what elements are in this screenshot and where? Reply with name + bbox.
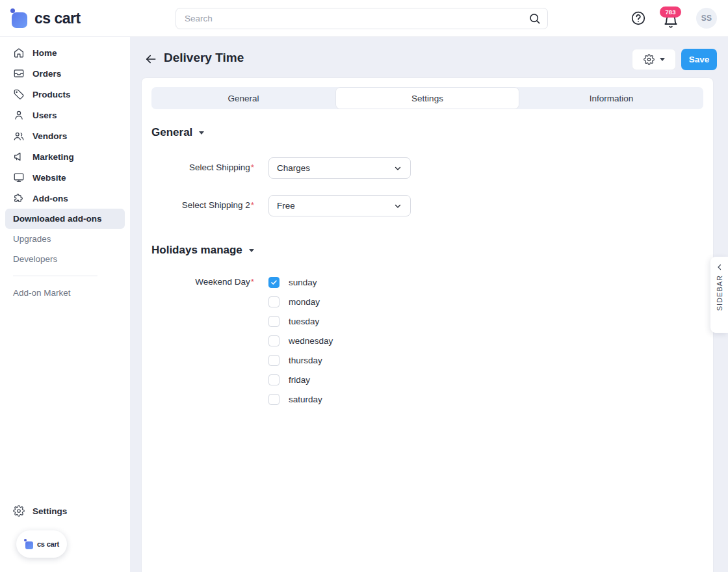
- chevron-left-icon: [716, 263, 723, 271]
- user-icon: [13, 109, 25, 121]
- sidebar-item-downloaded-addons[interactable]: Downloaded add-ons: [5, 209, 125, 229]
- chevron-down-icon: [393, 202, 402, 211]
- section-general-header[interactable]: General: [151, 126, 713, 139]
- actions-dropdown-button[interactable]: [632, 49, 676, 70]
- day-row-wednesday[interactable]: wednesday: [268, 331, 333, 350]
- tab-bar: General Settings Information: [151, 87, 703, 109]
- checkbox-monday[interactable]: [268, 296, 280, 307]
- cscart-float-button[interactable]: cs cart: [16, 530, 67, 558]
- section-holidays-title: Holidays manage: [151, 244, 242, 257]
- avatar[interactable]: SS: [696, 8, 717, 29]
- gear-icon: [13, 505, 25, 517]
- search-input[interactable]: [176, 8, 548, 29]
- cscart-logo[interactable]: cs cart: [10, 8, 81, 28]
- notification-badge: 783: [660, 6, 681, 18]
- sidebar-collapse-label: SIDEBAR: [716, 275, 723, 311]
- sidebar-item-products[interactable]: Products: [0, 84, 130, 105]
- tab-information[interactable]: Information: [519, 87, 703, 109]
- sidebar-item-addons[interactable]: Add-ons: [0, 188, 130, 209]
- sidebar-item-developers[interactable]: Developers: [5, 249, 125, 269]
- select-shipping-2-dropdown[interactable]: Free: [268, 195, 411, 216]
- cscart-logo-text: cs cart: [34, 10, 81, 27]
- day-row-sunday[interactable]: sunday: [268, 272, 333, 292]
- tag-icon: [13, 88, 25, 100]
- field-label: Select Shipping 2*: [142, 195, 254, 216]
- chevron-down-icon: [249, 249, 254, 252]
- sidebar-item-users[interactable]: Users: [0, 105, 130, 125]
- sidebar-item-marketing[interactable]: Marketing: [0, 146, 130, 167]
- back-arrow-icon[interactable]: [144, 53, 157, 66]
- chevron-down-icon: [660, 58, 665, 61]
- cscart-mini-logo-icon: [24, 539, 34, 549]
- select-value: Charges: [277, 163, 310, 173]
- gear-icon: [644, 54, 655, 65]
- day-row-thursday[interactable]: thursday: [268, 350, 333, 370]
- day-row-tuesday[interactable]: tuesday: [268, 311, 333, 331]
- sidebar-divider: [13, 276, 98, 276]
- checkbox-thursday[interactable]: [268, 355, 280, 366]
- checkbox-saturday[interactable]: [268, 394, 280, 405]
- sidebar-item-settings[interactable]: Settings: [0, 500, 130, 521]
- sidebar-item-addon-market[interactable]: Add-on Market: [0, 283, 130, 303]
- megaphone-icon: [13, 151, 25, 162]
- orders-icon: [13, 68, 25, 79]
- day-row-saturday[interactable]: saturday: [268, 389, 333, 409]
- sidebar-item-home[interactable]: Home: [0, 42, 130, 63]
- sidebar-item-website[interactable]: Website: [0, 167, 130, 188]
- page-header: Delivery Time Save: [130, 37, 728, 77]
- chevron-down-icon: [393, 164, 402, 173]
- field-label: Select Shipping*: [142, 157, 254, 179]
- search-bar: [176, 8, 548, 29]
- home-icon: [13, 47, 25, 58]
- sidebar-collapse-tab[interactable]: SIDEBAR: [710, 257, 728, 333]
- field-select-shipping: Select Shipping* Charges: [142, 157, 713, 179]
- content-card: General Settings Information General Sel…: [141, 77, 714, 572]
- select-value: Free: [277, 201, 295, 211]
- page-title: Delivery Time: [164, 51, 244, 65]
- save-button[interactable]: Save: [681, 49, 717, 70]
- checkbox-sunday[interactable]: [268, 277, 280, 288]
- weekend-day-checkbox-group: sunday monday tuesday wednesday thursday: [268, 272, 333, 409]
- sidebar-item-upgrades[interactable]: Upgrades: [5, 229, 125, 249]
- day-row-monday[interactable]: monday: [268, 292, 333, 311]
- monitor-icon: [13, 172, 25, 183]
- chevron-down-icon: [199, 131, 204, 135]
- section-general-title: General: [151, 126, 192, 139]
- tab-general[interactable]: General: [151, 87, 335, 109]
- vendors-icon: [13, 130, 25, 142]
- puzzle-icon: [13, 192, 25, 204]
- select-shipping-dropdown[interactable]: Charges: [268, 157, 411, 179]
- sidebar-item-orders[interactable]: Orders: [0, 63, 130, 84]
- sidebar-item-vendors[interactable]: Vendors: [0, 125, 130, 146]
- checkbox-friday[interactable]: [268, 374, 280, 385]
- field-label: Weekend Day*: [142, 272, 254, 409]
- section-holidays-header[interactable]: Holidays manage: [151, 244, 713, 257]
- main-area: Delivery Time Save General Settings Info…: [130, 37, 728, 572]
- cscart-logo-icon: [10, 8, 29, 28]
- field-select-shipping-2: Select Shipping 2* Free: [142, 195, 713, 216]
- checkbox-tuesday[interactable]: [268, 316, 280, 327]
- sidebar: Home Orders Products Users: [0, 37, 130, 572]
- tab-settings[interactable]: Settings: [335, 87, 519, 109]
- topbar: cs cart 783 SS: [0, 0, 728, 37]
- field-weekend-day: Weekend Day* sunday monday tuesday: [142, 272, 713, 409]
- checkbox-wednesday[interactable]: [268, 335, 280, 346]
- check-icon: [270, 279, 278, 286]
- search-icon[interactable]: [528, 12, 541, 25]
- help-icon[interactable]: [630, 10, 646, 26]
- notifications-bell[interactable]: 783: [662, 13, 679, 30]
- day-row-friday[interactable]: friday: [268, 370, 333, 389]
